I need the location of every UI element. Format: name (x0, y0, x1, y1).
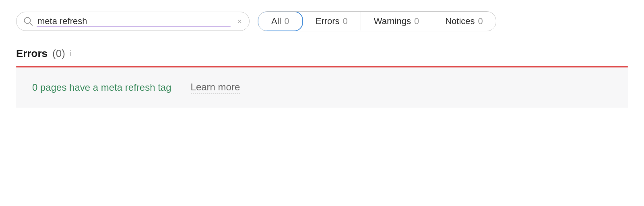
learn-more-link[interactable]: Learn more (191, 82, 240, 94)
section-count: (0) (52, 47, 65, 60)
section-heading: Errors (0) i (16, 47, 628, 60)
tab-notices-count: 0 (478, 16, 483, 27)
tab-errors[interactable]: Errors 0 (303, 12, 361, 31)
search-input[interactable] (37, 16, 234, 27)
result-message: 0 pages have a meta refresh tag (32, 82, 171, 93)
main-content: Errors (0) i 0 pages have a meta refresh… (0, 39, 644, 108)
tab-all-count: 0 (284, 16, 289, 27)
section-title: Errors (16, 47, 47, 60)
tab-warnings-label: Warnings (374, 16, 411, 27)
search-box: × (16, 12, 250, 31)
search-underline (37, 26, 231, 27)
filter-tabs: All 0 Errors 0 Warnings 0 Notices 0 (258, 11, 496, 31)
result-area: 0 pages have a meta refresh tag Learn mo… (16, 67, 628, 108)
tab-warnings[interactable]: Warnings 0 (361, 12, 432, 31)
tab-errors-label: Errors (316, 16, 340, 27)
tab-all-label: All (271, 16, 281, 27)
svg-line-1 (30, 23, 33, 26)
tab-notices-label: Notices (445, 16, 475, 27)
tab-warnings-count: 0 (414, 16, 419, 27)
tab-errors-count: 0 (343, 16, 348, 27)
tab-notices[interactable]: Notices 0 (432, 12, 496, 31)
clear-icon[interactable]: × (237, 17, 242, 26)
tab-all[interactable]: All 0 (258, 11, 303, 31)
info-icon[interactable]: i (70, 49, 72, 58)
search-icon (24, 17, 33, 26)
top-bar: × All 0 Errors 0 Warnings 0 Notices 0 (0, 0, 644, 39)
